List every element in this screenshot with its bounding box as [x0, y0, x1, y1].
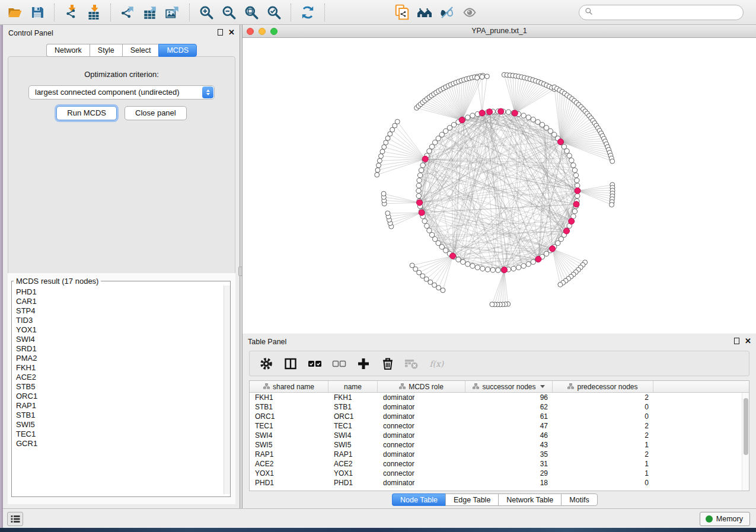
network-node[interactable] [416, 194, 421, 198]
mcds-hub-node[interactable] [550, 246, 556, 252]
network-node[interactable] [432, 236, 437, 241]
mcds-result-node[interactable]: GCR1 [16, 439, 224, 448]
node-table-header[interactable]: shared namenameMCDS rolesuccessor nodesp… [250, 381, 749, 393]
export-image-icon[interactable] [163, 2, 182, 23]
network-node[interactable] [480, 75, 484, 79]
network-node[interactable] [475, 75, 480, 80]
network-node[interactable] [571, 163, 576, 168]
network-node[interactable] [427, 149, 432, 153]
network-node[interactable] [526, 262, 531, 267]
network-node[interactable] [480, 266, 485, 271]
network-node[interactable] [451, 122, 456, 127]
mcds-result-node[interactable]: STP4 [16, 306, 224, 316]
mcds-hub-node[interactable] [575, 188, 580, 194]
mcds-hub-node[interactable] [479, 110, 485, 116]
import-network-icon[interactable] [62, 2, 81, 23]
network-node[interactable] [410, 263, 414, 268]
mcds-hub-node[interactable] [535, 256, 541, 262]
float-panel-icon[interactable] [218, 29, 223, 36]
network-node[interactable] [567, 153, 572, 158]
network-node[interactable] [575, 194, 580, 198]
tab-mcds[interactable]: MCDS [158, 44, 197, 57]
network-node[interactable] [375, 172, 379, 177]
tab-edge-table[interactable]: Edge Table [445, 493, 498, 506]
column-header-successor-nodes[interactable]: successor nodes [465, 381, 553, 392]
columns-icon[interactable] [283, 356, 298, 371]
optimization-criterion-select[interactable]: largest connected component (undirected) [28, 85, 215, 100]
network-node[interactable] [417, 173, 422, 178]
mcds-hub-node[interactable] [563, 228, 569, 234]
close-panel-icon[interactable]: ✕ [745, 338, 751, 344]
network-node[interactable] [540, 122, 544, 127]
add-row-icon[interactable] [356, 356, 371, 371]
table-scrollbar-thumb[interactable] [744, 398, 748, 455]
network-node[interactable] [432, 283, 437, 287]
network-node[interactable] [380, 149, 385, 154]
table-row[interactable]: FKH1FKH1dominator962 [250, 393, 742, 402]
mcds-hub-node[interactable] [557, 139, 563, 145]
zoom-selected-icon[interactable] [264, 2, 283, 23]
network-node[interactable] [428, 280, 433, 284]
neighbors-icon[interactable] [415, 2, 434, 23]
tab-network-table[interactable]: Network Table [498, 493, 561, 506]
mcds-hub-node[interactable] [450, 253, 456, 259]
network-node[interactable] [395, 119, 400, 124]
show-eye-icon[interactable] [460, 2, 479, 23]
network-node[interactable] [385, 211, 390, 216]
open-file-icon[interactable] [5, 2, 24, 23]
mcds-hub-node[interactable] [573, 201, 579, 207]
network-node[interactable] [416, 188, 421, 193]
network-node[interactable] [461, 259, 465, 264]
network-node[interactable] [569, 158, 574, 163]
table-row[interactable]: RAP1RAP1dominator352 [250, 450, 742, 459]
network-node[interactable] [531, 117, 535, 122]
mcds-result-node[interactable]: SWI5 [16, 420, 224, 430]
tab-network[interactable]: Network [46, 44, 90, 57]
tab-select[interactable]: Select [122, 44, 159, 57]
mcds-result-node[interactable]: ORC1 [16, 392, 224, 401]
column-header-name[interactable]: name [328, 381, 378, 392]
network-node[interactable] [475, 265, 480, 270]
zoom-out-icon[interactable] [219, 2, 238, 23]
network-node[interactable] [417, 178, 422, 182]
network-node[interactable] [427, 228, 432, 233]
table-row[interactable]: SWI5SWI5connector431 [250, 440, 742, 450]
close-window-icon[interactable] [247, 28, 254, 35]
network-node[interactable] [377, 158, 382, 163]
column-header-MCDS-role[interactable]: MCDS role [378, 381, 465, 392]
mcds-hub-node[interactable] [569, 218, 575, 224]
network-node[interactable] [416, 183, 421, 188]
mcds-hub-node[interactable] [502, 267, 508, 273]
network-node[interactable] [506, 110, 511, 114]
network-node[interactable] [382, 145, 387, 149]
table-row[interactable]: SWI4SWI4dominator462 [250, 431, 742, 440]
mcds-result-node[interactable]: STB1 [16, 411, 224, 420]
network-node[interactable] [484, 74, 489, 79]
network-node[interactable] [375, 168, 380, 172]
network-node[interactable] [420, 163, 425, 168]
table-row[interactable]: ORC1ORC1dominator610 [250, 412, 742, 421]
dropdown-stepper-icon[interactable] [202, 86, 213, 98]
zoom-fit-icon[interactable] [242, 2, 261, 23]
network-node[interactable] [575, 178, 579, 182]
minimize-window-icon[interactable] [259, 28, 266, 35]
deselect-all-icon[interactable] [331, 356, 347, 371]
run-mcds-button[interactable]: Run MCDS [56, 106, 117, 120]
close-panel-button[interactable]: Close panel [125, 106, 187, 120]
network-node[interactable] [521, 264, 526, 268]
mcds-hub-node[interactable] [459, 117, 465, 123]
table-row[interactable]: PHD1PHD1dominator180 [250, 478, 742, 488]
network-node[interactable] [470, 113, 475, 118]
network-node[interactable] [610, 159, 615, 164]
network-node[interactable] [521, 113, 526, 118]
mcds-result-list[interactable]: PHD1CAR1STP4TID3YOX1SWI4SRD1PMA2FKH1ACE2… [12, 286, 224, 494]
network-node[interactable] [385, 136, 390, 140]
column-header-shared-name[interactable]: shared name [250, 381, 328, 392]
network-window-titlebar[interactable]: YPA_prune.txt_1 [243, 25, 756, 38]
mcds-hub-node[interactable] [422, 156, 428, 162]
hide-selected-icon[interactable] [438, 2, 457, 23]
maximize-window-icon[interactable] [270, 28, 277, 35]
mcds-result-node[interactable]: PMA2 [16, 354, 224, 363]
network-node[interactable] [429, 144, 434, 149]
mcds-result-node[interactable]: STB5 [16, 382, 224, 392]
